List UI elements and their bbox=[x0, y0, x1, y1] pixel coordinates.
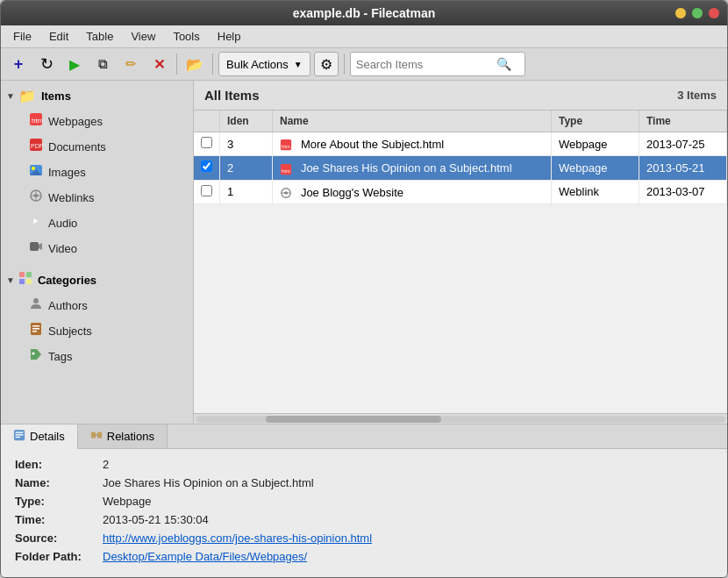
edit-icon: ✏ bbox=[125, 56, 137, 72]
sidebar-item-tags[interactable]: Tags bbox=[22, 344, 189, 368]
refresh-button[interactable]: ↻ bbox=[34, 52, 59, 76]
table-row[interactable]: 3 htm More About the Subject.html Webpag… bbox=[194, 132, 727, 156]
tab-relations-label: Relations bbox=[107, 430, 154, 443]
sidebar-item-images[interactable]: Images bbox=[22, 160, 189, 184]
tabs-bar: Details Relations bbox=[1, 425, 727, 449]
col-type[interactable]: Type bbox=[552, 111, 639, 132]
sidebar-item-webpages[interactable]: htm Webpages bbox=[22, 109, 189, 133]
tab-details-label: Details bbox=[30, 430, 65, 443]
checkbox-row1[interactable] bbox=[201, 137, 212, 148]
weblinks-icon bbox=[29, 189, 43, 206]
svg-text:htm: htm bbox=[32, 117, 43, 125]
svg-rect-34 bbox=[91, 432, 96, 439]
menu-view[interactable]: View bbox=[122, 27, 164, 46]
content-header: All Items 3 Items bbox=[194, 81, 727, 111]
detail-value-source[interactable]: http://www.joebloggs.com/joe-shares-his-… bbox=[103, 532, 372, 545]
sidebar-item-subjects[interactable]: Subjects bbox=[22, 318, 189, 343]
relations-tab-icon bbox=[90, 429, 103, 444]
col-name[interactable]: Name bbox=[273, 111, 552, 132]
window-title: example.db - Filecatman bbox=[293, 6, 436, 20]
toolbar: + ↻ ▶ ⧉ ✏ ✕ 📂 Bulk Actions ▼ ⚙ bbox=[1, 48, 727, 81]
menu-file[interactable]: File bbox=[4, 27, 40, 46]
delete-button[interactable]: ✕ bbox=[146, 52, 171, 76]
title-bar: example.db - Filecatman bbox=[1, 1, 727, 25]
gear-button[interactable]: ⚙ bbox=[314, 52, 339, 76]
sidebar-item-weblinks[interactable]: Weblinks bbox=[22, 185, 189, 210]
images-icon bbox=[29, 163, 43, 181]
menu-table[interactable]: Table bbox=[77, 27, 122, 46]
edit-button[interactable]: ✏ bbox=[118, 52, 143, 76]
svg-rect-35 bbox=[97, 432, 102, 439]
col-time[interactable]: Time bbox=[639, 111, 727, 132]
search-box: 🔍 bbox=[350, 52, 525, 76]
bulk-actions-button[interactable]: Bulk Actions ▼ bbox=[218, 52, 310, 76]
horizontal-scrollbar[interactable] bbox=[194, 413, 727, 424]
sidebar-item-audio-label: Audio bbox=[48, 217, 77, 230]
copy-icon: ⧉ bbox=[98, 56, 108, 72]
detail-value-type: Webpage bbox=[103, 495, 151, 508]
sidebar-item-audio[interactable]: Audio bbox=[22, 211, 189, 235]
menu-tools[interactable]: Tools bbox=[164, 27, 208, 46]
checkbox-row3[interactable] bbox=[201, 185, 212, 196]
svg-marker-11 bbox=[33, 218, 39, 224]
details-tab-icon bbox=[13, 429, 25, 444]
categories-triangle-icon: ▼ bbox=[6, 275, 15, 285]
svg-rect-17 bbox=[26, 279, 32, 284]
tab-relations[interactable]: Relations bbox=[78, 425, 168, 448]
row-file-icon: htm bbox=[280, 161, 296, 175]
minimize-button[interactable] bbox=[674, 7, 687, 19]
menu-edit[interactable]: Edit bbox=[40, 27, 77, 46]
row-checkbox[interactable] bbox=[194, 132, 220, 156]
menu-help[interactable]: Help bbox=[209, 27, 250, 46]
detail-value-folder-path[interactable]: Desktop/Example Data/Files/Webpages/ bbox=[103, 550, 307, 563]
table-row[interactable]: 1 Joe Blogg's Website Weblink 2013-03-07 bbox=[194, 180, 727, 203]
toolbar-separator-3 bbox=[344, 54, 345, 75]
svg-rect-16 bbox=[19, 279, 25, 284]
copy-button[interactable]: ⧉ bbox=[90, 52, 115, 76]
tags-icon bbox=[29, 347, 43, 365]
sidebar: ▼ 📁 Items htm Webpages PDF Documents bbox=[1, 81, 194, 424]
sidebar-item-documents[interactable]: PDF Documents bbox=[22, 134, 189, 159]
svg-rect-31 bbox=[16, 432, 24, 433]
add-button[interactable]: + bbox=[6, 52, 31, 76]
maximize-button[interactable] bbox=[691, 7, 703, 19]
content-title: All Items bbox=[204, 88, 260, 103]
folder-icon: 📂 bbox=[186, 56, 203, 73]
row-type: Weblink bbox=[552, 180, 639, 203]
svg-rect-14 bbox=[19, 272, 25, 277]
close-button[interactable] bbox=[708, 7, 720, 19]
row-file-icon bbox=[280, 185, 296, 199]
sidebar-item-authors[interactable]: Authors bbox=[22, 293, 189, 318]
col-iden[interactable]: Iden bbox=[220, 111, 273, 132]
item-count: 3 Items bbox=[677, 89, 717, 102]
table-row[interactable]: 2 htm Joe Shares His Opinion on a Subjec… bbox=[194, 156, 727, 180]
play-button[interactable]: ▶ bbox=[62, 52, 87, 76]
play-icon: ▶ bbox=[69, 56, 80, 73]
items-table: Iden Name Type Time 3 htm bbox=[194, 111, 727, 413]
row-type: Webpage bbox=[552, 156, 639, 180]
row-time: 2013-07-25 bbox=[639, 132, 727, 156]
svg-point-23 bbox=[32, 353, 35, 355]
search-icon[interactable]: 🔍 bbox=[496, 57, 511, 71]
col-checkbox bbox=[194, 111, 220, 132]
svg-rect-22 bbox=[32, 331, 37, 332]
main-window: example.db - Filecatman File Edit Table … bbox=[0, 0, 728, 578]
search-input[interactable] bbox=[356, 58, 496, 71]
tab-details[interactable]: Details bbox=[1, 425, 78, 449]
sidebar-categories-header: Categories bbox=[38, 274, 96, 287]
row-checkbox[interactable] bbox=[194, 180, 220, 203]
add-icon: + bbox=[14, 55, 24, 74]
bulk-actions-arrow-icon: ▼ bbox=[294, 60, 303, 69]
checkbox-row2[interactable] bbox=[201, 161, 212, 172]
sidebar-item-video[interactable]: Video bbox=[22, 236, 189, 260]
folder-button[interactable]: 📂 bbox=[182, 52, 207, 76]
scrollbar-thumb[interactable] bbox=[266, 416, 441, 423]
row-name: htm Joe Shares His Opinion on a Subject.… bbox=[273, 156, 552, 180]
detail-row-type: Type: Webpage bbox=[15, 495, 713, 508]
sidebar-items-list: htm Webpages PDF Documents Images bbox=[18, 109, 193, 260]
video-icon bbox=[29, 239, 43, 257]
row-checkbox[interactable] bbox=[194, 156, 220, 180]
sidebar-items-group[interactable]: ▼ 📁 Items bbox=[1, 84, 193, 108]
authors-icon bbox=[29, 296, 43, 314]
detail-value-time: 2013-05-21 15:30:04 bbox=[103, 513, 209, 526]
